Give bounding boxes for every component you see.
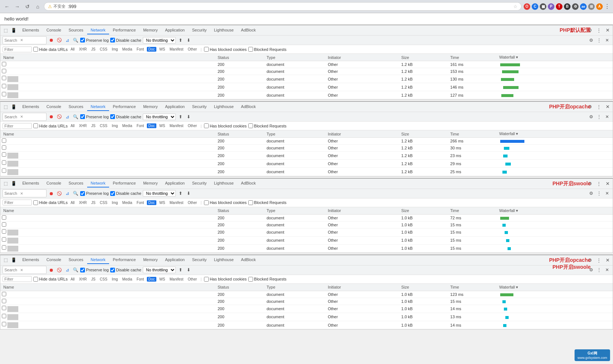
col-size[interactable]: Size xyxy=(398,284,447,291)
tab-memory[interactable]: Memory xyxy=(140,256,161,264)
col-status[interactable]: Status xyxy=(215,284,264,291)
filter-type-css[interactable]: CSS xyxy=(99,200,109,205)
filter-type-doc[interactable]: Doc xyxy=(147,200,156,205)
ext-icon-9[interactable]: A xyxy=(596,3,603,10)
filter-input[interactable] xyxy=(3,123,32,129)
disable-cache-checkbox[interactable] xyxy=(110,114,115,119)
tab-application[interactable]: Application xyxy=(161,26,189,34)
table-row[interactable]: 200 document Other 1.0 kB 15 ms xyxy=(0,236,613,244)
col-waterfall[interactable]: Waterfall ▾ xyxy=(496,130,613,138)
table-row[interactable]: 200 document Other 1.0 kB 15 ms xyxy=(0,221,613,228)
opera-icon[interactable]: O xyxy=(524,3,530,10)
col-type[interactable]: Type xyxy=(264,207,325,215)
table-row[interactable]: 200 document Other 1.2 kB 30 ms xyxy=(0,145,613,152)
hide-data-urls-checkbox[interactable] xyxy=(33,200,38,205)
col-waterfall[interactable]: Waterfall ▾ xyxy=(496,284,613,291)
table-row[interactable]: 200 document Other 1.2 kB 153 ms xyxy=(0,68,613,75)
ext-icon-1[interactable]: C xyxy=(532,3,538,10)
tab-application[interactable]: Application xyxy=(161,256,189,264)
close-devtools-icon[interactable]: ✕ xyxy=(604,180,611,187)
filter-type-all[interactable]: All xyxy=(69,277,76,282)
filter-type-media[interactable]: Media xyxy=(121,123,134,128)
panel-settings-icon[interactable]: ⚙ xyxy=(588,114,594,120)
row-checkbox[interactable] xyxy=(2,168,6,173)
import-btn[interactable]: ⬆ xyxy=(177,190,184,197)
table-row[interactable]: 200 document Other 1.0 kB 15 ms xyxy=(0,244,613,252)
hide-data-urls-checkbox[interactable] xyxy=(33,277,38,282)
filter-input[interactable] xyxy=(3,200,32,205)
table-row[interactable]: 200 document Other 1.2 kB 127 ms xyxy=(0,91,613,99)
tab-console[interactable]: Console xyxy=(43,179,65,187)
more-devtools-icon[interactable]: ⋮ xyxy=(595,256,602,264)
tab-lighthouse[interactable]: Lighthouse xyxy=(210,256,237,264)
preserve-log-label[interactable]: Preserve log xyxy=(80,268,109,272)
tab-elements[interactable]: Elements xyxy=(19,103,43,111)
filter-type-font[interactable]: Font xyxy=(135,200,145,205)
col-waterfall[interactable]: Waterfall ▾ xyxy=(496,207,613,215)
preserve-log-checkbox[interactable] xyxy=(80,38,85,42)
row-checkbox[interactable] xyxy=(2,299,6,303)
has-blocked-cookies-checkbox[interactable] xyxy=(204,277,209,282)
throttling-select[interactable]: No throttling Slow 3G Fast 3G xyxy=(143,190,176,197)
row-checkbox[interactable] xyxy=(2,160,6,165)
search-box[interactable]: Search ✕ xyxy=(3,266,47,274)
device-icon[interactable]: 📱 xyxy=(10,256,17,264)
tab-sources[interactable]: Sources xyxy=(65,179,87,187)
filter-type-img[interactable]: Img xyxy=(110,123,119,128)
disable-cache-label[interactable]: Disable cache xyxy=(110,191,141,196)
blocked-requests-checkbox[interactable] xyxy=(248,277,253,282)
search-box[interactable]: Search ✕ xyxy=(3,189,47,197)
tab-adblock[interactable]: AdBlock xyxy=(237,179,259,187)
inspect-icon[interactable]: ⬚ xyxy=(2,27,9,34)
tab-elements[interactable]: Elements xyxy=(19,179,43,187)
table-row[interactable]: 200 document Other 1.0 kB 15 ms xyxy=(0,228,613,236)
throttling-select[interactable]: No throttling Slow 3G Fast 3G xyxy=(143,267,176,273)
blocked-requests-checkbox[interactable] xyxy=(248,200,253,205)
col-status[interactable]: Status xyxy=(215,207,264,215)
throttling-select[interactable]: No throttling Slow 3G Fast 3G xyxy=(143,37,176,44)
row-checkbox[interactable] xyxy=(2,92,6,96)
clear-log-button[interactable]: 🚫 xyxy=(56,190,63,197)
panel-settings-icon[interactable]: ⚙ xyxy=(588,37,594,44)
tab-network[interactable]: Network xyxy=(87,26,109,34)
row-checkbox[interactable] xyxy=(2,62,6,66)
star-icon[interactable]: ☆ xyxy=(513,4,517,9)
device-icon[interactable]: 📱 xyxy=(10,103,17,111)
inspect-icon[interactable]: ⬚ xyxy=(2,103,9,111)
filter-type-other[interactable]: Other xyxy=(186,200,198,205)
panel-more-icon[interactable]: ⋮ xyxy=(596,190,602,197)
table-row[interactable]: 200 document Other 1.0 kB 14 ms xyxy=(0,321,613,329)
row-checkbox[interactable] xyxy=(2,292,6,296)
more-button[interactable]: ⋮ xyxy=(604,3,610,10)
table-row[interactable]: 200 document Other 1.2 kB 25 ms xyxy=(0,168,613,176)
preserve-log-checkbox[interactable] xyxy=(80,114,85,119)
col-status[interactable]: Status xyxy=(215,130,264,138)
panel-collapse-icon[interactable]: ✕ xyxy=(604,190,610,197)
filter-type-all[interactable]: All xyxy=(69,200,76,205)
record-button[interactable]: ⏺ xyxy=(48,114,55,120)
col-size[interactable]: Size xyxy=(398,207,447,215)
ext-icon-2[interactable]: ▦ xyxy=(540,3,546,10)
tab-memory[interactable]: Memory xyxy=(140,26,161,34)
filter-type-css[interactable]: CSS xyxy=(99,123,109,128)
tab-lighthouse[interactable]: Lighthouse xyxy=(210,26,237,34)
preserve-log-checkbox[interactable] xyxy=(80,268,85,272)
col-time[interactable]: Time xyxy=(447,54,497,61)
home-button[interactable]: ⌂ xyxy=(34,3,42,11)
disable-cache-label[interactable]: Disable cache xyxy=(110,38,141,42)
filter-type-all[interactable]: All xyxy=(69,123,76,128)
blocked-requests-checkbox[interactable] xyxy=(248,123,253,128)
col-time[interactable]: Time xyxy=(447,130,497,138)
blocked-requests-label[interactable]: Blocked Requests xyxy=(248,200,287,205)
table-row[interactable]: 200 document Other 1.2 kB 146 ms xyxy=(0,83,613,91)
more-devtools-icon[interactable]: ⋮ xyxy=(595,103,602,111)
row-checkbox[interactable] xyxy=(2,306,6,310)
record-button[interactable]: ⏺ xyxy=(48,190,55,197)
col-status[interactable]: Status xyxy=(215,54,264,61)
tab-sources[interactable]: Sources xyxy=(65,256,87,264)
row-checkbox[interactable] xyxy=(2,229,6,234)
filter-type-font[interactable]: Font xyxy=(135,277,145,282)
tab-memory[interactable]: Memory xyxy=(140,103,161,111)
search-filter-btn[interactable]: 🔍 xyxy=(72,114,79,120)
filter-type-xhr[interactable]: XHR xyxy=(78,277,88,282)
